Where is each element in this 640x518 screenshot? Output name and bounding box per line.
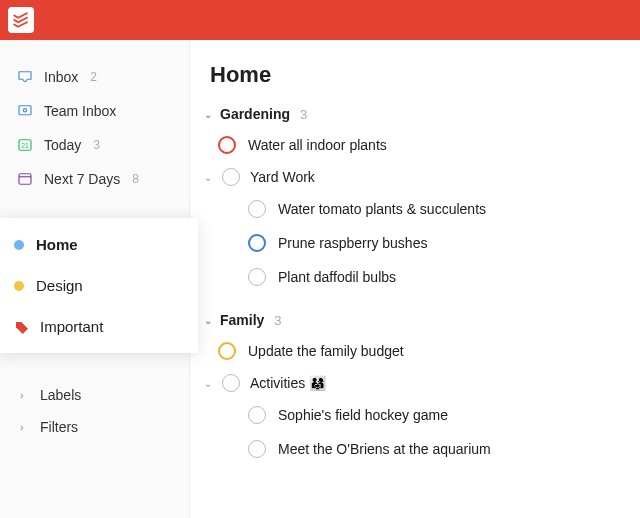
nav-count: 2 [90, 70, 97, 84]
chevron-right-icon: › [20, 421, 30, 433]
task-row[interactable]: Meet the O'Briens at the aquarium [248, 432, 620, 466]
nav-item-next7days[interactable]: Next 7 Days 8 [0, 162, 189, 196]
group-name: Family [220, 312, 264, 328]
project-item-important[interactable]: Important [0, 306, 198, 347]
project-label: Important [40, 318, 103, 335]
svg-rect-0 [19, 106, 31, 115]
nav-count: 8 [132, 172, 139, 186]
nav-label: Today [44, 137, 81, 153]
task-text: Water tomato plants & succulents [278, 201, 486, 217]
svg-point-1 [23, 109, 26, 112]
task-row[interactable]: Update the family budget [218, 334, 620, 368]
page-title: Home [210, 62, 620, 88]
task-checkbox[interactable] [248, 406, 266, 424]
chevron-right-icon: › [20, 389, 30, 401]
nav-item-team-inbox[interactable]: Team Inbox [0, 94, 189, 128]
group-name: Gardening [220, 106, 290, 122]
section-label: Filters [40, 419, 78, 435]
task-checkbox[interactable] [248, 268, 266, 286]
tag-icon [14, 320, 28, 334]
group-header-family[interactable]: ⌄ Family 3 [204, 312, 620, 328]
subsection-header[interactable]: ⌄ Yard Work [204, 162, 620, 192]
task-row[interactable]: Water all indoor plants [218, 128, 620, 162]
project-item-home[interactable]: Home [0, 224, 198, 265]
task-checkbox[interactable] [222, 374, 240, 392]
project-label: Design [36, 277, 83, 294]
task-text: Plant daffodil bulbs [278, 269, 396, 285]
project-item-design[interactable]: Design [0, 265, 198, 306]
todoist-icon [12, 11, 30, 29]
task-row[interactable]: Sophie's field hockey game [248, 398, 620, 432]
group-header-gardening[interactable]: ⌄ Gardening 3 [204, 106, 620, 122]
section-item-filters[interactable]: › Filters [0, 411, 189, 443]
today-icon: 21 [16, 136, 34, 154]
task-checkbox[interactable] [222, 168, 240, 186]
project-label: Home [36, 236, 78, 253]
task-row[interactable]: Prune raspberry bushes [248, 226, 620, 260]
chevron-down-icon[interactable]: ⌄ [204, 172, 214, 183]
nav-item-inbox[interactable]: Inbox 2 [0, 60, 189, 94]
task-text: Update the family budget [248, 343, 404, 359]
group-count: 3 [300, 107, 307, 122]
project-color-dot [14, 240, 24, 250]
task-checkbox[interactable] [248, 234, 266, 252]
nav-label: Inbox [44, 69, 78, 85]
chevron-down-icon[interactable]: ⌄ [204, 315, 214, 326]
inbox-icon [16, 68, 34, 86]
chevron-down-icon[interactable]: ⌄ [204, 378, 214, 389]
topbar [0, 0, 640, 40]
calendar-icon [16, 170, 34, 188]
sidebar: Inbox 2 Team Inbox 21 Today 3 Next 7 Day… [0, 40, 190, 518]
nav-item-today[interactable]: 21 Today 3 [0, 128, 189, 162]
chevron-down-icon[interactable]: ⌄ [204, 109, 214, 120]
task-text: Sophie's field hockey game [278, 407, 448, 423]
task-checkbox[interactable] [218, 342, 236, 360]
team-inbox-icon [16, 102, 34, 120]
sidebar-sections: › Labels › Filters [0, 379, 189, 443]
task-row[interactable]: Water tomato plants & succulents [248, 192, 620, 226]
task-text: Prune raspberry bushes [278, 235, 427, 251]
section-item-labels[interactable]: › Labels [0, 379, 189, 411]
subsection-text: Yard Work [250, 169, 315, 185]
project-color-dot [14, 281, 24, 291]
nav-label: Next 7 Days [44, 171, 120, 187]
nav-count: 3 [93, 138, 100, 152]
task-row[interactable]: Plant daffodil bulbs [248, 260, 620, 294]
task-text: Meet the O'Briens at the aquarium [278, 441, 491, 457]
svg-text:21: 21 [21, 142, 29, 149]
section-label: Labels [40, 387, 81, 403]
subsection-text: Activities 👨‍👩‍👧 [250, 375, 326, 391]
svg-rect-4 [19, 174, 31, 185]
app-logo[interactable] [8, 7, 34, 33]
projects-card: Home Design Important [0, 218, 198, 353]
task-checkbox[interactable] [248, 200, 266, 218]
task-checkbox[interactable] [218, 136, 236, 154]
task-text: Water all indoor plants [248, 137, 387, 153]
task-checkbox[interactable] [248, 440, 266, 458]
subsection-header[interactable]: ⌄ Activities 👨‍👩‍👧 [204, 368, 620, 398]
nav-label: Team Inbox [44, 103, 116, 119]
main-panel: Home ⌄ Gardening 3 Water all indoor plan… [190, 40, 640, 518]
group-count: 3 [274, 313, 281, 328]
